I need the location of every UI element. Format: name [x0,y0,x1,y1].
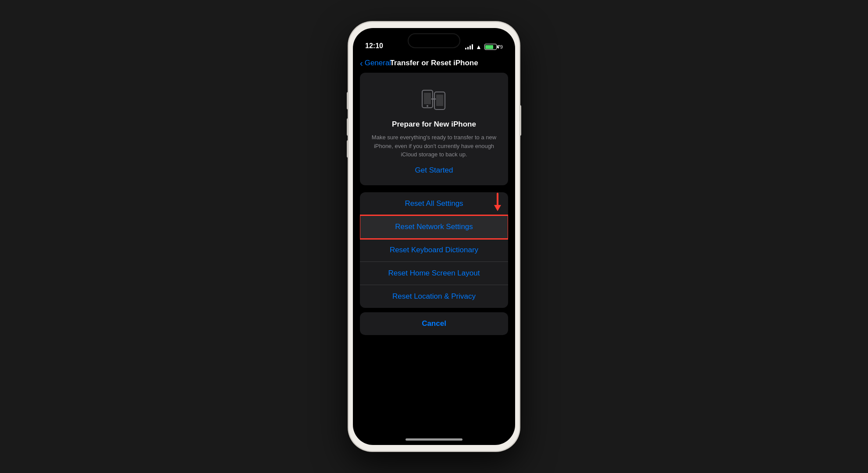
get-started-button[interactable]: Get Started [415,166,453,175]
main-content: Prepare for New iPhone Make sure everyth… [353,73,515,445]
back-button[interactable]: ‹ General [360,59,391,67]
cancel-button[interactable]: Cancel [360,312,508,335]
nav-bar: ‹ General Transfer or Reset iPhone [353,53,515,73]
reset-home-screen-layout-item[interactable]: Reset Home Screen Layout [360,262,508,285]
dynamic-island [408,33,460,48]
cancel-group: Cancel [360,312,508,335]
prepare-description: Make sure everything's ready to transfer… [369,133,499,159]
back-label: General [365,59,391,67]
prepare-title: Prepare for New iPhone [392,120,476,129]
battery-container: 79 [484,44,503,50]
status-time: 12:10 [365,42,383,50]
svg-point-2 [427,105,428,107]
reset-section: Reset All Settings Reset Network Setting… [360,192,508,335]
phone-screen: 12:10 ▲ 79 ‹ G [353,28,515,445]
prepare-card: Prepare for New iPhone Make sure everyth… [360,73,508,185]
svg-rect-1 [424,93,431,104]
phone-device: 12:10 ▲ 79 ‹ G [349,22,519,451]
svg-point-7 [435,99,436,100]
wifi-icon: ▲ [476,44,482,50]
battery-icon [484,44,497,50]
reset-all-settings-item[interactable]: Reset All Settings [360,192,508,215]
svg-point-5 [431,99,433,100]
reset-home-screen-layout-label: Reset Home Screen Layout [388,269,480,278]
svg-point-6 [433,99,434,100]
signal-icon [465,44,473,49]
reset-options-group: Reset All Settings Reset Network Setting… [360,192,508,308]
back-chevron-icon: ‹ [360,59,363,67]
reset-network-settings-label: Reset Network Settings [395,222,473,231]
annotation-arrow [494,193,501,211]
reset-all-settings-label: Reset All Settings [405,199,463,208]
svg-rect-4 [436,95,443,106]
home-indicator [406,438,462,441]
page-title: Transfer or Reset iPhone [390,59,478,67]
reset-location-privacy-label: Reset Location & Privacy [392,292,476,301]
reset-keyboard-dictionary-item[interactable]: Reset Keyboard Dictionary [360,239,508,262]
cancel-label: Cancel [422,319,446,328]
phone-transfer-icon [419,83,449,114]
reset-location-privacy-item[interactable]: Reset Location & Privacy [360,285,508,308]
reset-keyboard-dictionary-label: Reset Keyboard Dictionary [390,246,478,254]
reset-network-settings-item[interactable]: Reset Network Settings [360,215,508,239]
status-icons: ▲ 79 [465,44,503,50]
